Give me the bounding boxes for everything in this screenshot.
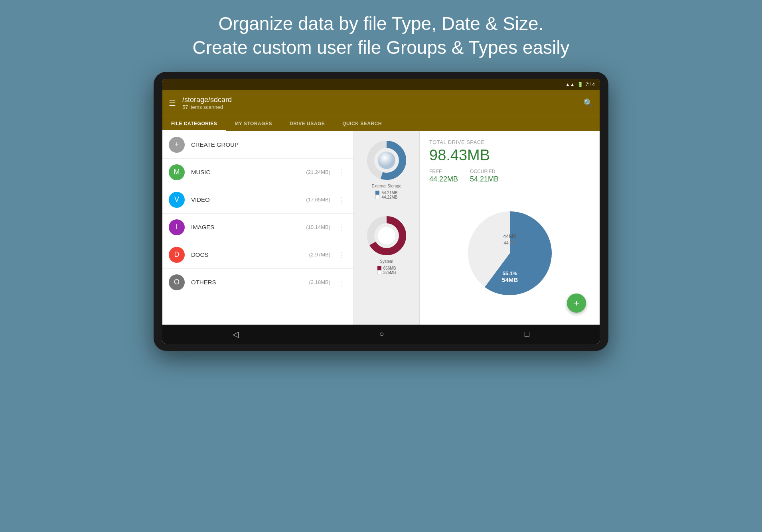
main-content: + CREATE GROUP M MUSIC (21.24MB) ⋮ V VID…: [162, 131, 600, 325]
tablet-screen: ▲▲ 🔋 7:14 ☰ /storage/sdcard 57 items sca…: [162, 79, 600, 344]
tab-my-storages[interactable]: MY STORAGES: [226, 116, 281, 131]
create-group-label: CREATE GROUP: [191, 141, 347, 148]
others-avatar: O: [169, 274, 185, 290]
nav-back-button[interactable]: ◁: [225, 326, 247, 342]
images-avatar: I: [169, 219, 185, 235]
docs-avatar: D: [169, 247, 185, 263]
docs-size: (2.97MB): [309, 252, 330, 258]
nav-recents-button[interactable]: □: [517, 326, 537, 342]
svg-text:54MB: 54MB: [501, 276, 517, 283]
video-label: VIDEO: [191, 196, 300, 203]
system-svg: [365, 214, 409, 258]
tab-drive-usage[interactable]: DRIVE USAGE: [281, 116, 334, 131]
subtitle-text: 57 items scanned: [182, 104, 577, 110]
ext-white-value: 44.22MB: [381, 195, 397, 199]
headline-line2: Create custom user file Groups & Types e…: [192, 36, 569, 60]
tab-bar: FILE CATEGORIES MY STORAGES DRIVE USAGE …: [162, 116, 600, 131]
middle-panel: External Storage 54.21MB 44.22MB: [354, 131, 420, 325]
music-size: (21.24MB): [306, 169, 330, 175]
sys-darkred-value: 666MB: [383, 266, 396, 270]
nav-home-button[interactable]: ○: [371, 326, 392, 342]
left-panel: + CREATE GROUP M MUSIC (21.24MB) ⋮ V VID…: [162, 131, 354, 325]
music-menu-icon[interactable]: ⋮: [337, 166, 347, 178]
docs-menu-icon[interactable]: ⋮: [337, 249, 347, 261]
drive-pie-chart: 44MB 44.9% 55.1% 54MB: [458, 209, 562, 297]
others-menu-icon[interactable]: ⋮: [337, 276, 347, 288]
video-avatar: V: [169, 192, 185, 208]
battery-icon: 🔋: [577, 82, 583, 87]
system-label: System: [380, 259, 393, 264]
svg-point-3: [378, 152, 395, 169]
tablet-container: ▲▲ 🔋 7:14 ☰ /storage/sdcard 57 items sca…: [154, 72, 608, 351]
right-panel: TOTAL DRIVE SPACE 98.43MB FREE 44.22MB O…: [420, 131, 600, 325]
images-menu-icon[interactable]: ⋮: [337, 221, 347, 233]
sys-white-value: 325MB: [383, 270, 396, 275]
svg-text:44.9%: 44.9%: [503, 240, 516, 245]
free-label: FREE: [429, 169, 458, 174]
ext-blue-value: 54.21MB: [381, 191, 397, 195]
pie-area: 44MB 44.9% 55.1% 54MB +: [429, 190, 590, 317]
music-label: MUSIC: [191, 169, 300, 175]
headline-line1: Organize data by file Type, Date & Size.: [192, 12, 569, 36]
drive-title: TOTAL DRIVE SPACE: [429, 139, 590, 145]
free-value: 44.22MB: [429, 175, 458, 183]
others-size: (2.18MB): [309, 279, 330, 285]
tab-file-categories[interactable]: FILE CATEGORIES: [162, 116, 226, 131]
external-storage-chart: External Storage 54.21MB 44.22MB: [354, 135, 419, 203]
video-menu-icon[interactable]: ⋮: [337, 194, 347, 206]
svg-text:55.1%: 55.1%: [502, 270, 517, 276]
docs-item[interactable]: D DOCS (2.97MB) ⋮: [162, 241, 353, 269]
occupied-value: 54.21MB: [470, 175, 499, 183]
docs-label: DOCS: [191, 251, 303, 258]
free-occupied-row: FREE 44.22MB OCCUPIED 54.21MB: [429, 169, 590, 183]
time-display: 7:14: [586, 82, 595, 87]
svg-text:44MB: 44MB: [503, 233, 517, 239]
hamburger-icon[interactable]: ☰: [169, 98, 176, 108]
drive-total: 98.43MB: [429, 147, 590, 164]
occupied-label: OCCUPIED: [470, 169, 499, 174]
free-group: FREE 44.22MB: [429, 169, 458, 183]
path-text: /storage/sdcard: [182, 96, 577, 104]
create-group-avatar: +: [169, 137, 185, 153]
occupied-group: OCCUPIED 54.21MB: [470, 169, 499, 183]
music-item[interactable]: M MUSIC (21.24MB) ⋮: [162, 159, 353, 186]
app-bar: ☰ /storage/sdcard 57 items scanned 🔍: [162, 90, 600, 116]
images-item[interactable]: I IMAGES (10.14MB) ⋮: [162, 214, 353, 241]
top-text-area: Organize data by file Type, Date & Size.…: [192, 12, 569, 60]
video-item[interactable]: V VIDEO (17.65MB) ⋮: [162, 186, 353, 214]
video-size: (17.65MB): [306, 197, 330, 203]
others-item[interactable]: O OTHERS (2.18MB) ⋮: [162, 269, 353, 296]
external-storage-label: External Storage: [372, 184, 402, 188]
app-bar-title: /storage/sdcard 57 items scanned: [182, 96, 577, 110]
external-storage-svg: [365, 138, 409, 182]
status-bar: ▲▲ 🔋 7:14: [162, 79, 600, 90]
others-label: OTHERS: [191, 279, 303, 286]
system-chart: System 666MB 325MB: [354, 211, 419, 278]
create-group-item[interactable]: + CREATE GROUP: [162, 131, 353, 159]
svg-point-6: [378, 227, 395, 244]
fab-add-button[interactable]: +: [567, 294, 586, 313]
tab-quick-search[interactable]: QUICK SEARCH: [334, 116, 391, 131]
music-avatar: M: [169, 164, 185, 180]
signal-icon: ▲▲: [565, 82, 575, 87]
bottom-nav: ◁ ○ □: [162, 325, 600, 344]
search-icon[interactable]: 🔍: [583, 98, 593, 108]
images-size: (10.14MB): [306, 224, 330, 230]
images-label: IMAGES: [191, 224, 300, 231]
